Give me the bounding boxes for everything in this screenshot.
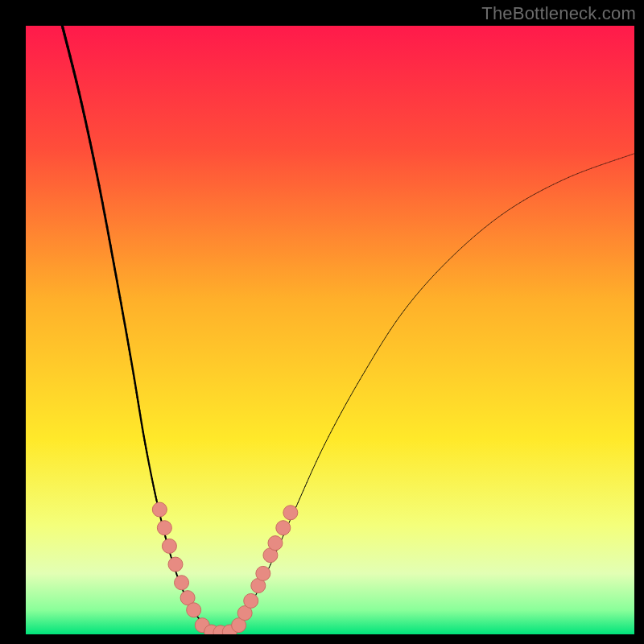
data-marker — [256, 566, 270, 580]
data-marker — [168, 557, 183, 572]
data-marker — [276, 521, 291, 535]
chart-frame: TheBottleneck.com — [0, 0, 644, 644]
plot-area — [26, 26, 634, 634]
gradient-background — [26, 26, 634, 634]
data-marker — [187, 603, 201, 617]
data-marker — [283, 506, 298, 520]
data-marker — [268, 536, 283, 551]
data-marker — [162, 539, 176, 553]
data-marker — [175, 576, 189, 590]
watermark-text: TheBottleneck.com — [481, 3, 636, 24]
data-marker — [152, 502, 167, 517]
chart-svg — [26, 26, 634, 634]
data-marker — [157, 521, 171, 535]
data-marker — [244, 593, 258, 608]
